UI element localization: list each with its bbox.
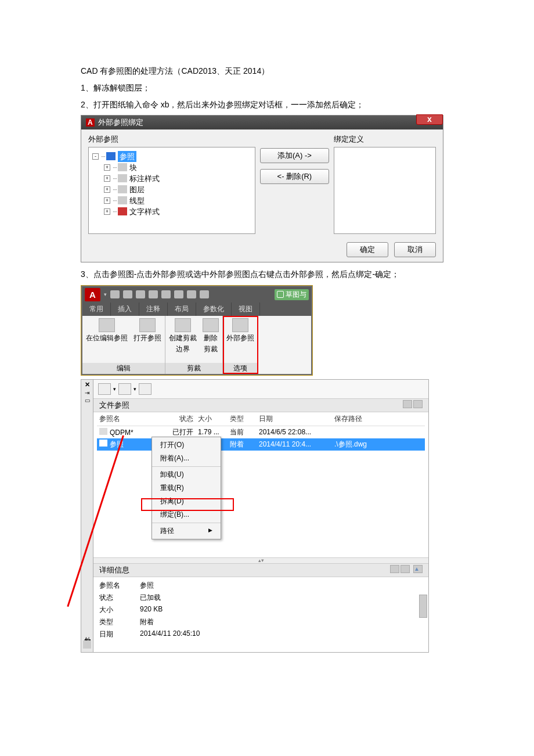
close-icon[interactable]: x: [416, 114, 443, 125]
table-row[interactable]: 参照 已加载 920 KB 附着 2014/4/11 20:4... .\参照.…: [97, 438, 425, 451]
edit-in-place-button[interactable]: 在位编辑参照: [86, 318, 128, 343]
tree-item-label: 块: [129, 162, 137, 173]
doc-line-2: 1、解冻解锁图层；: [81, 81, 453, 95]
pin-icon[interactable]: ⇥: [85, 390, 89, 396]
xref-bind-dialog: A 外部参照绑定 x 外部参照 -···· 参照 +····块 +····标注样…: [81, 115, 443, 262]
cancel-button[interactable]: 取消: [394, 242, 436, 257]
palette-sidebar[interactable]: ✕ ⇥ ▭ 外部参照: [81, 379, 93, 653]
tree-item[interactable]: +····标注样式: [104, 173, 251, 184]
tab-annotate[interactable]: 注释: [139, 303, 168, 316]
details-view-icon[interactable]: [390, 565, 399, 573]
ctx-unload[interactable]: 卸载(U): [152, 468, 221, 481]
open-icon[interactable]: [123, 290, 132, 298]
col-date[interactable]: 日期: [257, 414, 332, 424]
ok-button[interactable]: 确定: [347, 242, 388, 257]
tree-item[interactable]: +····线型: [104, 195, 251, 206]
splitter[interactable]: ▴▾: [93, 557, 428, 563]
col-name[interactable]: 参照名: [97, 414, 155, 424]
palette-bottom-icon[interactable]: [83, 640, 91, 649]
open-ref-icon: [139, 318, 156, 332]
dialog-title: 外部参照绑定: [98, 117, 143, 128]
list-view-icon[interactable]: [403, 400, 412, 408]
open-ref-button[interactable]: 打开参照: [134, 318, 161, 343]
plot-icon[interactable]: [161, 290, 171, 298]
col-path[interactable]: 保存路径: [332, 414, 425, 424]
ctx-attach[interactable]: 附着(A)...: [152, 452, 221, 465]
scrollbar-thumb[interactable]: [419, 595, 427, 618]
delete-clip-icon: [203, 318, 219, 332]
col-size[interactable]: 大小: [196, 414, 228, 424]
details-section-header: 详细信息 ▲: [93, 563, 428, 577]
tab-parametric[interactable]: 参数化: [196, 303, 232, 316]
app-menu-button[interactable]: A: [85, 288, 100, 301]
expand-icon[interactable]: +: [104, 164, 110, 171]
menu-icon[interactable]: ▭: [85, 397, 90, 404]
xref-button[interactable]: 外部参照: [226, 318, 254, 343]
palette-close-icon[interactable]: ✕: [85, 381, 90, 388]
doc-line-1: CAD 有参照图的处理方法（CAD2013、天正 2014）: [81, 64, 453, 78]
create-clip-icon: [175, 318, 191, 332]
context-menu: 打开(O) 附着(A)... 卸载(U) 重载(R) 拆离(D) 绑定(B)..…: [151, 437, 221, 539]
detail-row: 大小920 KB: [99, 604, 423, 616]
expand-icon[interactable]: +: [104, 186, 110, 193]
tree-item[interactable]: +····文字样式: [104, 206, 251, 217]
remove-button[interactable]: <- 删除(R): [260, 169, 330, 184]
layer-icon: [118, 185, 127, 193]
doc-line-3: 2、打开图纸输入命令 xb，然后出来外边参照绑定对话框，一一添加然后确定；: [81, 98, 453, 112]
ctx-detach[interactable]: 拆离(D): [152, 495, 221, 508]
delete-clip-button[interactable]: 删除剪裁: [203, 318, 219, 354]
tree-root[interactable]: -···· 参照: [92, 151, 251, 162]
ribbon-tabs: 常用 插入 注释 布局 参数化 视图: [82, 303, 311, 316]
col-type[interactable]: 类型: [228, 414, 257, 424]
detail-row: 状态已加载: [99, 592, 423, 604]
ctx-open[interactable]: 打开(O): [152, 438, 221, 452]
collapse-caret-icon[interactable]: ▲: [413, 565, 423, 573]
help-icon[interactable]: [139, 383, 151, 395]
tree-view-icon[interactable]: [413, 400, 423, 408]
panel-title: 编辑: [82, 363, 165, 374]
dialog-titlebar[interactable]: A 外部参照绑定 x: [81, 116, 443, 129]
files-section-header: 文件参照: [93, 398, 428, 412]
tree-item[interactable]: +····块: [104, 162, 251, 173]
ctx-bind[interactable]: 绑定(B)...: [152, 508, 221, 521]
saveas-icon[interactable]: [149, 290, 158, 298]
expand-icon[interactable]: +: [104, 208, 110, 215]
ctx-path[interactable]: 路径: [152, 524, 221, 538]
save-icon[interactable]: [136, 290, 145, 298]
linetype-icon: [118, 196, 127, 204]
panel-edit: 在位编辑参照 打开参照 编辑: [82, 316, 165, 374]
file-reference-table[interactable]: 参照名 状态 大小 类型 日期 保存路径 QDPM* 已打开 1.79 ... …: [93, 412, 428, 557]
create-clip-button[interactable]: 创建剪裁边界: [169, 318, 197, 354]
section-label: 文件参照: [99, 400, 129, 411]
attach-icon[interactable]: [98, 383, 111, 395]
xref-tree[interactable]: -···· 参照 +····块 +····标注样式 +····图层 +····线…: [88, 147, 255, 234]
preview-icon[interactable]: [400, 565, 410, 573]
print-icon[interactable]: [174, 290, 183, 298]
collapse-icon[interactable]: -: [92, 153, 99, 160]
folder-icon: [106, 152, 116, 160]
ctx-reload[interactable]: 重载(R): [152, 481, 221, 495]
panel-options: 外部参照 选项: [223, 316, 258, 374]
expand-icon[interactable]: +: [104, 197, 110, 204]
tab-layout[interactable]: 布局: [168, 303, 196, 316]
bind-definition-list[interactable]: [334, 147, 436, 234]
detail-row: 日期2014/4/11 20:45:10: [99, 628, 423, 640]
xref-row-icon: [99, 440, 107, 447]
block-icon: [118, 163, 127, 171]
expand-icon[interactable]: +: [104, 175, 110, 182]
tab-view[interactable]: 视图: [232, 303, 260, 316]
palette-toolbar: ▾ ▾: [93, 380, 428, 398]
redo-icon[interactable]: [200, 290, 209, 298]
col-status[interactable]: 状态: [155, 414, 196, 424]
workspace-tag[interactable]: 草图与: [275, 289, 309, 300]
tab-insert[interactable]: 插入: [111, 303, 139, 316]
tree-item[interactable]: +····图层: [104, 184, 251, 195]
tree-root-label: 参照: [118, 151, 136, 162]
undo-icon[interactable]: [187, 290, 196, 298]
refresh-icon[interactable]: [118, 383, 131, 395]
new-icon[interactable]: [110, 290, 120, 298]
add-button[interactable]: 添加(A) ->: [260, 148, 330, 163]
dwg-icon: [99, 428, 107, 435]
table-row[interactable]: QDPM* 已打开 1.79 ... 当前 2014/6/5 22:08...: [97, 426, 425, 438]
tab-home[interactable]: 常用: [82, 303, 111, 316]
